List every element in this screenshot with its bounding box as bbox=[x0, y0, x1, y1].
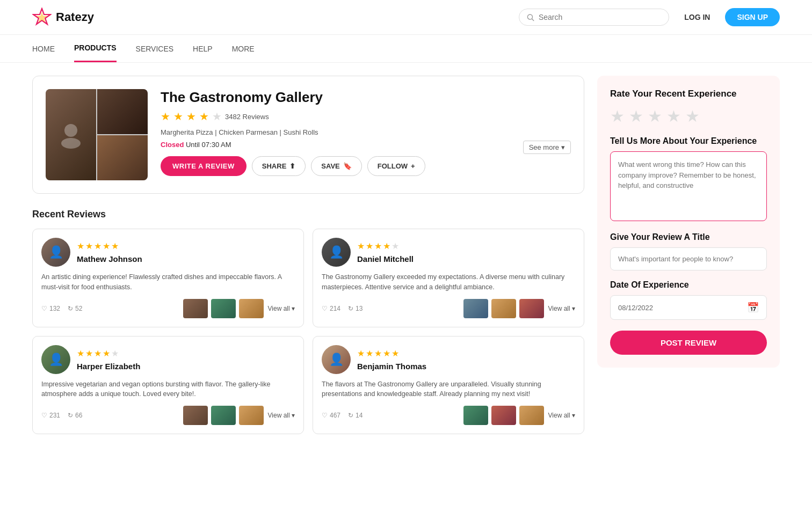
review-stars-2: ★ ★ ★ ★ ★ bbox=[357, 241, 414, 251]
recent-reviews-title: Recent Reviews bbox=[32, 209, 584, 220]
share-icon: ⬆ bbox=[289, 162, 295, 170]
dislike-action-4[interactable]: ↻ 14 bbox=[348, 412, 363, 419]
search-input[interactable] bbox=[539, 13, 661, 21]
dislike-action-2[interactable]: ↻ 13 bbox=[348, 305, 363, 312]
like-action-3[interactable]: ♡ 231 bbox=[41, 412, 60, 419]
nav-services[interactable]: SERVICES bbox=[136, 36, 174, 62]
business-image-collage bbox=[46, 89, 148, 180]
review-thumb-3-2 bbox=[211, 406, 236, 425]
reviewer-name-2: Daniel Mitchell bbox=[357, 254, 414, 264]
business-info: The Gastronomy Gallery ★ ★ ★ ★ ★ 3482 Re… bbox=[161, 89, 571, 180]
review-stars-3: ★ ★ ★ ★ ★ bbox=[77, 348, 140, 358]
follow-label: FOLLOW bbox=[378, 162, 408, 170]
calendar-icon[interactable]: 📅 bbox=[747, 302, 759, 313]
review-stars-1: ★ ★ ★ ★ ★ bbox=[77, 241, 142, 251]
review-text-3: Impressive vegetarian and vegan options … bbox=[41, 379, 295, 400]
rate-star-5[interactable]: ★ bbox=[685, 107, 700, 126]
see-more-button[interactable]: See more ▾ bbox=[523, 141, 571, 154]
dislike-action-1[interactable]: ↻ 52 bbox=[68, 305, 82, 312]
rate-star-4[interactable]: ★ bbox=[666, 107, 681, 126]
post-review-button[interactable]: POST REVIEW bbox=[610, 331, 767, 355]
view-all-1[interactable]: View all ▾ bbox=[268, 305, 295, 312]
plus-icon: + bbox=[411, 162, 415, 170]
avatar-placeholder-1: 👤 bbox=[41, 238, 70, 267]
rate-star-1[interactable]: ★ bbox=[610, 107, 625, 126]
business-name: The Gastronomy Gallery bbox=[161, 89, 571, 106]
review-thumb-1-2 bbox=[211, 299, 236, 318]
date-label: Date Of Experience bbox=[610, 280, 767, 290]
save-button[interactable]: SAVE 🔖 bbox=[311, 156, 361, 176]
chevron-down-icon: ▾ bbox=[561, 143, 565, 151]
avatar-placeholder-4: 👤 bbox=[322, 345, 351, 374]
avatar-placeholder-2: 👤 bbox=[322, 238, 351, 267]
review-count: 3482 Reviews bbox=[225, 113, 269, 121]
rate-star-2[interactable]: ★ bbox=[629, 107, 643, 126]
review-card-2: 👤 ★ ★ ★ ★ ★ Daniel Mitchell The Gastrono… bbox=[313, 229, 584, 327]
star-5: ★ bbox=[212, 110, 222, 123]
rate-star-3[interactable]: ★ bbox=[648, 107, 662, 126]
save-label: SAVE bbox=[321, 162, 339, 170]
write-review-button[interactable]: WRITE A REVIEW bbox=[161, 156, 247, 176]
avatar-4: 👤 bbox=[322, 345, 351, 374]
dislike-action-3[interactable]: ↻ 66 bbox=[68, 412, 82, 419]
view-all-4[interactable]: View all ▾ bbox=[548, 412, 575, 419]
experience-textarea[interactable] bbox=[610, 151, 767, 221]
rs4-4: ★ bbox=[383, 348, 390, 358]
nav-home[interactable]: HOME bbox=[32, 36, 55, 62]
content-area: The Gastronomy Gallery ★ ★ ★ ★ ★ 3482 Re… bbox=[32, 76, 584, 434]
reviewer-name-1: Mathew Johnson bbox=[77, 254, 142, 264]
svg-point-4 bbox=[64, 124, 77, 137]
review-images-2 bbox=[463, 299, 544, 318]
login-button[interactable]: LOG IN bbox=[678, 9, 716, 26]
rs2-2: ★ bbox=[366, 241, 373, 251]
see-more-label: See more bbox=[529, 143, 559, 151]
search-box[interactable] bbox=[519, 9, 669, 26]
date-input[interactable] bbox=[618, 304, 747, 312]
rs2-4: ★ bbox=[383, 241, 390, 251]
rs3-1: ★ bbox=[77, 348, 84, 358]
rs3-5: ★ bbox=[111, 348, 119, 358]
star-4: ★ bbox=[199, 110, 209, 123]
main-content: The Gastronomy Gallery ★ ★ ★ ★ ★ 3482 Re… bbox=[0, 63, 812, 447]
collage-image-2 bbox=[97, 89, 148, 134]
star-1: ★ bbox=[161, 110, 170, 123]
rs2-3: ★ bbox=[374, 241, 382, 251]
review-images-4 bbox=[463, 406, 544, 425]
sidebar: Rate Your Recent Experience ★ ★ ★ ★ ★ Te… bbox=[597, 76, 780, 434]
collage-image-1 bbox=[46, 89, 96, 180]
nav-help[interactable]: HELP bbox=[193, 36, 213, 62]
rs1-1: ★ bbox=[77, 241, 84, 251]
view-all-3[interactable]: View all ▾ bbox=[268, 412, 295, 419]
avatar-1: 👤 bbox=[41, 238, 70, 267]
search-icon bbox=[527, 13, 534, 21]
review-footer-4: ♡ 467 ↻ 14 View all ▾ bbox=[322, 406, 575, 425]
like-action-4[interactable]: ♡ 467 bbox=[322, 412, 340, 419]
like-action-1[interactable]: ♡ 132 bbox=[41, 305, 60, 312]
reviewer-header-1: 👤 ★ ★ ★ ★ ★ Mathew Johnson bbox=[41, 238, 295, 267]
avatar-3: 👤 bbox=[41, 345, 70, 374]
business-rating-row: ★ ★ ★ ★ ★ 3482 Reviews bbox=[161, 110, 571, 123]
logo-text: Ratezy bbox=[56, 10, 94, 24]
review-title-section: Give Your Review A Title bbox=[610, 232, 767, 270]
like-action-2[interactable]: ♡ 214 bbox=[322, 305, 340, 312]
star-3: ★ bbox=[186, 110, 196, 123]
review-title-input[interactable] bbox=[610, 247, 767, 270]
business-card: The Gastronomy Gallery ★ ★ ★ ★ ★ 3482 Re… bbox=[32, 76, 584, 194]
rs1-4: ★ bbox=[103, 241, 110, 251]
signup-button[interactable]: SIGN UP bbox=[725, 8, 780, 26]
follow-button[interactable]: FOLLOW + bbox=[367, 156, 425, 176]
review-thumb-4-2 bbox=[491, 406, 516, 425]
svg-point-5 bbox=[61, 138, 81, 149]
view-all-2[interactable]: View all ▾ bbox=[548, 305, 575, 312]
review-actions-3: ♡ 231 ↻ 66 bbox=[41, 412, 82, 419]
nav-more[interactable]: MORE bbox=[232, 36, 255, 62]
logo[interactable]: Ratezy bbox=[32, 8, 94, 27]
review-thumb-1-3 bbox=[239, 299, 264, 318]
business-image bbox=[46, 89, 148, 180]
share-button[interactable]: SHARE ⬆ bbox=[252, 156, 306, 176]
status-hours: Until 07:30 AM bbox=[186, 141, 231, 149]
rs4-5: ★ bbox=[392, 348, 399, 358]
header: Ratezy LOG IN SIGN UP bbox=[0, 0, 812, 35]
reviews-grid: 👤 ★ ★ ★ ★ ★ Mathew Johnson An artistic d… bbox=[32, 229, 584, 434]
nav-products[interactable]: PRODUCTS bbox=[74, 35, 117, 62]
